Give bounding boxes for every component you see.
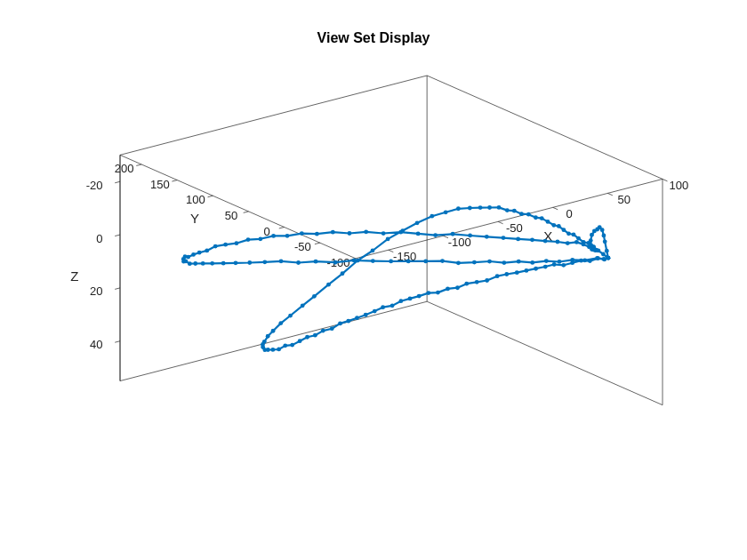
trajectory-marker: [505, 208, 510, 212]
trajectory-marker: [346, 319, 350, 324]
trajectory-marker: [352, 259, 357, 263]
z-tick-label: 40: [90, 338, 102, 351]
trajectory-marker: [298, 339, 302, 343]
trajectory-marker: [398, 230, 403, 235]
trajectory-marker: [271, 329, 276, 333]
trajectory-marker: [262, 260, 267, 264]
trajectory-marker: [436, 291, 440, 295]
trajectory-marker: [315, 232, 319, 236]
trajectory-marker: [566, 241, 570, 245]
z-tick-label: -20: [86, 179, 103, 192]
x-tick: [663, 179, 667, 180]
trajectory-marker: [326, 283, 331, 287]
trajectory-marker: [271, 234, 276, 238]
trajectory-marker: [373, 309, 377, 314]
trajectory-marker: [364, 229, 368, 234]
trajectory-marker: [188, 261, 192, 266]
y-tick-label: 0: [264, 225, 270, 238]
x-tick-label: 100: [669, 179, 688, 192]
trajectory-marker: [543, 265, 548, 269]
trajectory-marker: [390, 303, 395, 308]
y-axis-label: Y: [190, 211, 199, 226]
trajectory-marker: [540, 216, 544, 220]
trajectory-marker: [582, 243, 586, 247]
trajectory-marker: [468, 234, 472, 238]
axes-box-edge: [356, 179, 663, 258]
trajectory-marker: [534, 267, 538, 271]
chart-svg: -150-100-50050100X-100-50050100150200Y-2…: [0, 0, 747, 560]
trajectory-marker: [579, 259, 583, 263]
trajectory-marker: [278, 321, 283, 325]
y-tick-label: 100: [186, 193, 205, 206]
x-tick-label: 50: [617, 193, 630, 206]
trajectory-marker: [556, 240, 560, 244]
trajectory-marker: [502, 260, 506, 265]
trajectory-marker: [296, 260, 301, 265]
trajectory-marker: [426, 291, 430, 295]
trajectory-marker: [398, 299, 403, 303]
trajectory-marker: [504, 272, 509, 276]
trajectory-marker: [331, 230, 335, 235]
trajectory-marker: [603, 239, 607, 244]
trajectory-marker: [552, 262, 557, 267]
trajectory-marker: [582, 258, 587, 262]
z-tick: [115, 181, 120, 183]
trajectory-marker: [570, 258, 574, 262]
trajectory-marker: [305, 335, 309, 340]
trajectory-marker: [235, 241, 239, 245]
trajectory-marker: [415, 220, 420, 225]
trajectory-marker: [333, 260, 338, 265]
trajectory-marker: [456, 260, 461, 265]
trajectory-marker: [266, 348, 270, 352]
trajectory-marker: [472, 260, 477, 265]
trajectory-marker: [561, 263, 566, 268]
trajectory-marker: [408, 296, 413, 300]
trajectory-marker: [300, 231, 304, 236]
trajectory-marker: [468, 206, 472, 211]
trajectory-marker: [312, 294, 317, 299]
trajectory-marker: [557, 224, 561, 228]
trajectory-marker: [497, 205, 502, 210]
trajectory-marker: [301, 303, 305, 308]
trajectory-marker: [223, 243, 228, 247]
z-tick: [115, 235, 120, 236]
trajectory-marker: [197, 251, 202, 255]
trajectory-marker: [341, 271, 345, 276]
trajectory-marker: [258, 236, 262, 241]
trajectory-marker: [530, 260, 534, 265]
y-tick: [172, 180, 177, 182]
trajectory-marker: [433, 233, 438, 237]
axes-box-edge: [120, 76, 427, 155]
trajectory-marker: [590, 247, 594, 252]
trajectory-marker: [247, 260, 252, 265]
trajectory-marker: [446, 287, 450, 292]
trajectory-marker: [314, 260, 318, 264]
trajectory-marker: [516, 237, 520, 242]
trajectory-marker: [588, 259, 592, 263]
trajectory-marker: [558, 260, 562, 264]
trajectory-marker: [389, 260, 393, 264]
trajectory-marker: [288, 314, 293, 318]
z-tick: [115, 341, 120, 343]
trajectory-marker: [590, 233, 594, 237]
trajectory-marker: [589, 238, 593, 243]
trajectory-marker: [285, 234, 290, 238]
trajectory-marker: [417, 294, 422, 299]
y-tick: [208, 196, 213, 197]
trajectory-marker: [423, 260, 428, 264]
trajectory-marker: [371, 249, 375, 253]
trajectory-marker: [455, 285, 460, 290]
y-tick-label: -50: [294, 240, 311, 253]
trajectory-marker: [478, 205, 483, 210]
z-tick-label: 0: [96, 232, 102, 245]
x-tick-label: -50: [506, 221, 523, 235]
trajectory-marker: [602, 257, 606, 261]
x-tick-label: 0: [566, 207, 572, 220]
y-tick-label: 200: [115, 162, 134, 175]
trajectory-marker: [485, 235, 489, 239]
trajectory-marker: [495, 274, 500, 278]
trajectory-marker: [487, 205, 492, 210]
axes-box-edge: [120, 301, 427, 380]
trajectory-marker: [546, 220, 550, 224]
trajectory-marker: [416, 232, 421, 236]
